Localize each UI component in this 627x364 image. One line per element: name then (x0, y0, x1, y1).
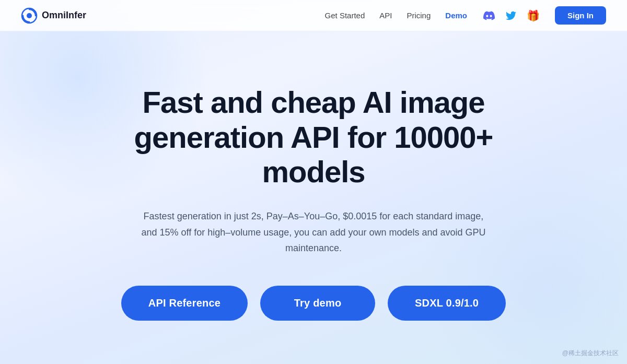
navbar: OmniInfer Get Started API Pricing Demo 🎁… (0, 0, 627, 31)
nav-api[interactable]: API (379, 11, 392, 20)
signin-button[interactable]: Sign In (555, 6, 606, 25)
sdxl-button[interactable]: SDXL 0.9/1.0 (388, 286, 506, 321)
logo[interactable]: OmniInfer (21, 7, 86, 24)
nav-links: Get Started API Pricing Demo 🎁 Sign In (325, 6, 606, 25)
logo-icon (21, 7, 38, 24)
gift-icon[interactable]: 🎁 (526, 8, 540, 23)
twitter-icon[interactable] (504, 8, 518, 23)
hero-subtitle: Fastest generation in just 2s, Pay–As–Yo… (136, 208, 491, 256)
hero-title: Fast and cheap AI image generation API f… (91, 85, 536, 190)
svg-point-1 (27, 13, 32, 18)
cta-buttons: API Reference Try demo SDXL 0.9/1.0 (121, 286, 506, 321)
nav-demo[interactable]: Demo (445, 11, 467, 20)
logo-text: OmniInfer (42, 10, 86, 21)
nav-pricing[interactable]: Pricing (407, 11, 431, 20)
api-reference-button[interactable]: API Reference (121, 286, 248, 321)
try-demo-button[interactable]: Try demo (260, 286, 375, 321)
nav-get-started[interactable]: Get Started (325, 11, 365, 20)
discord-icon[interactable] (482, 8, 496, 23)
nav-social-icons: 🎁 (482, 8, 540, 23)
hero-section: Fast and cheap AI image generation API f… (0, 31, 627, 364)
watermark: @稀土掘金技术社区 (562, 349, 619, 358)
